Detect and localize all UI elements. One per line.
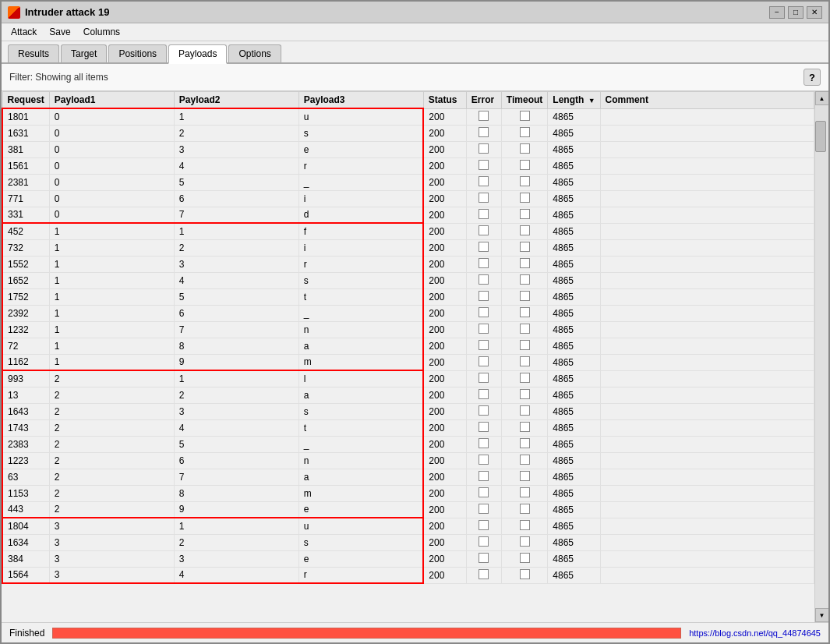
checkbox[interactable] (520, 111, 530, 121)
tab-positions[interactable]: Positions (108, 44, 167, 62)
table-cell[interactable] (466, 485, 501, 501)
checkbox[interactable] (479, 176, 489, 186)
table-cell[interactable] (466, 452, 501, 469)
table-cell[interactable] (466, 501, 501, 518)
scroll-up-arrow[interactable]: ▲ (815, 91, 829, 105)
minimize-button[interactable]: − (769, 6, 785, 19)
checkbox[interactable] (479, 127, 489, 137)
table-cell[interactable] (466, 354, 501, 370)
table-cell[interactable] (501, 387, 547, 403)
checkbox[interactable] (479, 291, 489, 301)
table-cell[interactable] (501, 256, 547, 272)
checkbox[interactable] (479, 569, 489, 579)
table-cell[interactable] (466, 141, 501, 157)
table-cell[interactable] (466, 550, 501, 567)
checkbox[interactable] (520, 389, 530, 399)
table-cell[interactable] (501, 501, 547, 518)
menu-save[interactable]: Save (43, 25, 76, 39)
table-cell[interactable] (466, 321, 501, 338)
checkbox[interactable] (479, 209, 489, 219)
table-row[interactable]: 175215t2004865 (2, 288, 814, 305)
table-cell[interactable] (501, 567, 547, 583)
tab-payloads[interactable]: Payloads (168, 44, 227, 64)
table-cell[interactable] (466, 256, 501, 272)
table-row[interactable]: 238325_2004865 (2, 436, 814, 452)
checkbox[interactable] (479, 438, 489, 448)
table-row[interactable]: 165214s2004865 (2, 272, 814, 288)
table-cell[interactable] (501, 207, 547, 223)
table-row[interactable]: 77106i2004865 (2, 190, 814, 207)
scroll-thumb[interactable] (815, 121, 826, 152)
table-row[interactable]: 156434r2004865 (2, 567, 814, 583)
table-cell[interactable] (466, 207, 501, 223)
checkbox[interactable] (479, 340, 489, 350)
checkbox[interactable] (479, 553, 489, 563)
col-payload1[interactable]: Payload1 (49, 92, 174, 109)
table-cell[interactable] (466, 108, 501, 125)
table-cell[interactable] (466, 157, 501, 174)
checkbox[interactable] (520, 242, 530, 252)
checkbox[interactable] (479, 373, 489, 383)
table-cell[interactable] (501, 288, 547, 305)
table-row[interactable]: 38433e2004865 (2, 550, 814, 567)
table-cell[interactable] (501, 239, 547, 256)
menu-attack[interactable]: Attack (5, 25, 43, 39)
checkbox[interactable] (479, 111, 489, 121)
checkbox[interactable] (520, 504, 530, 514)
table-cell[interactable] (501, 518, 547, 534)
table-row[interactable]: 73212i2004865 (2, 239, 814, 256)
table-row[interactable]: 239216_2004865 (2, 305, 814, 321)
table-row[interactable]: 180101u2004865 (2, 108, 814, 125)
table-row[interactable]: 155213r2004865 (2, 256, 814, 272)
checkbox[interactable] (520, 553, 530, 563)
maximize-button[interactable]: □ (788, 6, 804, 19)
checkbox[interactable] (520, 487, 530, 497)
table-row[interactable]: 99321l2004865 (2, 370, 814, 387)
table-cell[interactable] (466, 305, 501, 321)
table-row[interactable]: 45211f2004865 (2, 223, 814, 239)
checkbox[interactable] (479, 307, 489, 317)
col-error[interactable]: Error (466, 92, 501, 109)
table-row[interactable]: 1322a2004865 (2, 387, 814, 403)
checkbox[interactable] (520, 471, 530, 481)
table-row[interactable]: 163102s2004865 (2, 125, 814, 141)
table-row[interactable]: 174324t2004865 (2, 419, 814, 436)
table-row[interactable]: 180431u2004865 (2, 518, 814, 534)
checkbox[interactable] (479, 242, 489, 252)
col-status[interactable]: Status (423, 92, 466, 109)
checkbox[interactable] (520, 143, 530, 154)
col-comment[interactable]: Comment (600, 92, 814, 109)
checkbox[interactable] (479, 455, 489, 465)
checkbox[interactable] (520, 209, 530, 219)
col-payload2[interactable]: Payload2 (174, 92, 298, 109)
checkbox[interactable] (520, 405, 530, 416)
checkbox[interactable] (479, 520, 489, 530)
menu-columns[interactable]: Columns (77, 25, 126, 39)
table-cell[interactable] (466, 223, 501, 239)
table-cell[interactable] (501, 354, 547, 370)
scroll-down-arrow[interactable]: ▼ (815, 608, 829, 622)
table-cell[interactable] (501, 321, 547, 338)
table-cell[interactable] (501, 403, 547, 419)
table-cell[interactable] (501, 436, 547, 452)
table-cell[interactable] (501, 419, 547, 436)
table-row[interactable]: 156104r2004865 (2, 157, 814, 174)
table-cell[interactable] (466, 272, 501, 288)
col-payload3[interactable]: Payload3 (298, 92, 423, 109)
col-timeout[interactable]: Timeout (501, 92, 547, 109)
table-row[interactable]: 38103e2004865 (2, 141, 814, 157)
checkbox[interactable] (479, 405, 489, 416)
checkbox[interactable] (479, 193, 489, 203)
checkbox[interactable] (479, 225, 489, 235)
checkbox[interactable] (520, 193, 530, 203)
checkbox[interactable] (520, 127, 530, 137)
checkbox[interactable] (479, 274, 489, 285)
checkbox[interactable] (479, 487, 489, 497)
checkbox[interactable] (520, 258, 530, 268)
table-cell[interactable] (466, 469, 501, 485)
table-cell[interactable] (466, 288, 501, 305)
checkbox[interactable] (520, 324, 530, 334)
table-row[interactable]: 115328m2004865 (2, 485, 814, 501)
table-cell[interactable] (466, 125, 501, 141)
checkbox[interactable] (479, 389, 489, 399)
